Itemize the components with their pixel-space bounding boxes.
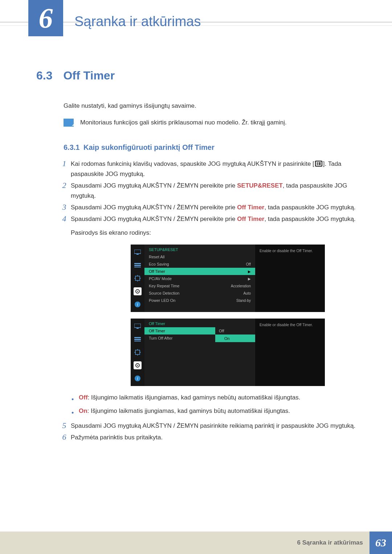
page-footer: 6 Sąranka ir atkūrimas 63 [0,532,392,554]
svg-point-17 [137,365,138,366]
svg-rect-2 [134,263,141,264]
svg-rect-5 [135,276,140,280]
svg-rect-3 [134,265,141,266]
step-text: Spausdami JOG mygtuką AUKŠTYN / ŽEMYN pe… [70,202,356,213]
svg-rect-10 [134,324,141,328]
monitor-icon [134,248,142,256]
step-number: 2 [59,181,70,201]
svg-rect-1 [136,254,139,255]
osd-screenshot: i Off TimerOff TimerTurn Off After Off✔O… [131,319,325,386]
svg-point-7 [137,291,138,292]
step-number: 5 [59,421,70,431]
gear-icon [134,361,142,369]
svg-rect-15 [135,350,140,354]
gear-icon [134,287,142,295]
step-number: 4 [59,214,70,238]
subsection-title: Kaip sukonfigūruoti parinktį Off Timer [83,143,215,151]
subsection-number: 6.3.1 [64,143,79,151]
chapter-number: 6 [28,0,63,36]
osd-screenshot: i SETUP&RESETReset AllEco SavingOffOff T… [131,245,325,312]
svg-rect-13 [134,339,141,340]
step-text: Kai rodomas funkcinių klavišų vadovas, s… [70,159,356,179]
menu-icon [315,161,322,167]
resize-icon [134,348,142,356]
svg-rect-12 [134,337,141,338]
section-number: 6.3 [36,69,62,82]
section-title: Off Timer [63,69,115,82]
step-number: 3 [59,202,70,213]
bullet-off: Off: Išjungimo laikmatis išjungiamas, ka… [71,393,356,403]
osd-description: Enable or disable the Off Timer. [255,319,325,386]
step-text: Spausdami JOG mygtuką AUKŠTYN / ŽEMYN pe… [70,181,356,201]
svg-rect-11 [136,328,139,329]
step-text: Pažymėta parinktis bus pritaikyta. [70,432,163,443]
step-text: Spausdami JOG mygtuką AUKŠTYN / ŽEMYN pa… [70,421,355,431]
osd-description: Enable or disable the Off Timer. [255,245,325,312]
svg-rect-14 [134,341,141,341]
section-intro: Galite nustatyti, kad gaminys išsijungtų… [64,102,356,110]
note-icon [64,119,74,127]
chapter-title: Sąranka ir atkūrimas [74,14,201,29]
list-icon [134,261,142,269]
note-text: Monitoriaus funkcijos gali skirtis prikl… [80,119,287,127]
list-icon [134,335,142,343]
monitor-icon [134,322,142,330]
info-icon: i [134,300,142,308]
info-icon: i [134,374,142,382]
footer-chapter-label: 6 Sąranka ir atkūrimas [297,539,363,546]
bullet-on: On: Išjungimo laikmatis įjungiamas, kad … [71,406,356,416]
svg-text:i: i [137,376,138,381]
footer-page-number: 63 [369,532,392,554]
step-text: Spausdami JOG mygtuką AUKŠTYN / ŽEMYN pe… [70,214,356,238]
svg-rect-0 [134,250,141,254]
resize-icon [134,274,142,282]
step-number: 6 [59,432,70,443]
svg-text:i: i [137,302,138,307]
svg-rect-4 [134,267,141,267]
step-number: 1 [59,159,70,179]
